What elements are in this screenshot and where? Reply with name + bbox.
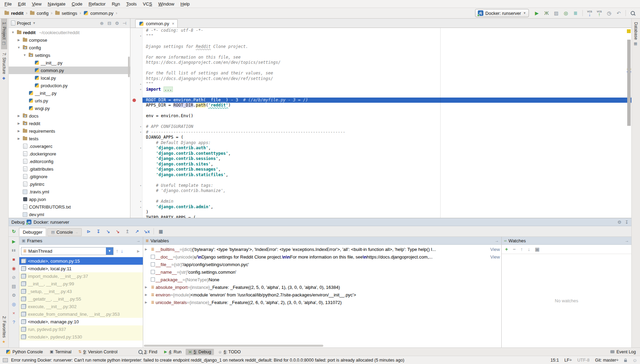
- inspection-status-badge[interactable]: [627, 29, 631, 33]
- code-line-17[interactable]: env = environ.Env(): [130, 113, 631, 119]
- code-line-10[interactable]: https://docs.djangoproject.com/en/dev/re…: [130, 76, 631, 82]
- add-watch-button[interactable]: +: [505, 246, 508, 252]
- code-line-20[interactable]: ▾# -------------------------------------…: [130, 130, 631, 135]
- menu-edit[interactable]: Edit: [15, 1, 29, 7]
- stop-button[interactable]: ■: [10, 256, 18, 262]
- tree-item--dockerignore[interactable]: .dockerignore: [9, 150, 130, 158]
- fold-marker[interactable]: ▾: [140, 33, 141, 39]
- tree-item-requirements[interactable]: ▶requirements: [9, 127, 130, 135]
- move-down-button[interactable]: ↓: [528, 246, 530, 252]
- settings-button[interactable]: ⚙: [617, 220, 621, 225]
- tree-item--gitignore[interactable]: .gitignore: [9, 173, 130, 180]
- run-configuration-select[interactable]: dj Docker: runserver ▼: [475, 9, 529, 17]
- breadcrumb-reddit[interactable]: reddit: [3, 11, 25, 16]
- toggle-toolwindows-icon[interactable]: [3, 358, 8, 362]
- tree-item-local-py[interactable]: local.py: [9, 74, 130, 82]
- step-over-button[interactable]: ↧: [94, 228, 102, 235]
- fold-marker[interactable]: ▾: [140, 183, 141, 189]
- expander-icon[interactable]: ▶: [145, 293, 150, 296]
- tree-item-settings[interactable]: ▼settings: [9, 51, 130, 59]
- toolwindow-terminal[interactable]: ▣Terminal: [47, 349, 74, 355]
- stack-frame[interactable]: _setup, __init__.py:43: [19, 287, 143, 295]
- tab-common-py[interactable]: common.py ×: [135, 19, 178, 28]
- code-line-19[interactable]: ▾# APP CONFIGURATION: [130, 124, 631, 130]
- menu-file[interactable]: File: [1, 1, 15, 7]
- chevron-down-icon[interactable]: ▼: [11, 31, 15, 34]
- run-dashboard-button[interactable]: ≣: [571, 9, 580, 17]
- gutter[interactable]: [130, 49, 142, 55]
- duplicate-button[interactable]: ▣: [535, 246, 539, 252]
- tree-item--pylintrc[interactable]: .pylintrc: [9, 180, 130, 188]
- step-out-button[interactable]: ↥: [123, 228, 131, 235]
- code-line-35[interactable]: ): [130, 210, 631, 215]
- fold-marker[interactable]: ▾: [140, 145, 141, 151]
- variable-row[interactable]: __name__ = {str} 'config.settings.common…: [143, 268, 501, 276]
- locate-button[interactable]: ⊕: [98, 21, 105, 26]
- expander-icon[interactable]: ▶: [145, 301, 150, 304]
- gutter[interactable]: +: [130, 87, 142, 92]
- close-button[interactable]: ×: [10, 310, 18, 316]
- breakpoint-gutter[interactable]: [130, 98, 142, 103]
- gutter[interactable]: [130, 167, 142, 172]
- fold-marker[interactable]: ▾: [140, 199, 141, 204]
- variable-row[interactable]: ▶≣environ = {module} <module 'environ' f…: [143, 291, 501, 299]
- code-line-18[interactable]: [130, 119, 631, 124]
- coverage-button[interactable]: ▨: [552, 9, 561, 17]
- menu-vcs[interactable]: VCS: [140, 1, 155, 7]
- chevron-right-icon[interactable]: ▶: [17, 129, 21, 133]
- caret-position[interactable]: 15:1: [551, 358, 559, 363]
- tree-item-wsgi-py[interactable]: wsgi.py: [9, 104, 130, 112]
- gutter[interactable]: [130, 215, 142, 218]
- tree-item-app-json[interactable]: app.json: [9, 195, 130, 203]
- tree-item--gitattributes[interactable]: .gitattributes: [9, 165, 130, 173]
- variable-row[interactable]: ▶≣unicode_literals = {instance} _Feature…: [143, 299, 501, 306]
- horizontal-scrollbar[interactable]: [144, 345, 323, 347]
- tree-item-__init__-py[interactable]: __init__.py: [9, 89, 130, 97]
- tree-item-__init__-py[interactable]: __init__.py: [9, 59, 130, 67]
- tree-item--coveragerc[interactable]: .coveragerc: [9, 142, 130, 150]
- gutter[interactable]: [130, 108, 142, 114]
- code-line-25[interactable]: 'django.contrib.sessions',: [130, 156, 631, 162]
- tree-item-config[interactable]: ▼config: [9, 44, 130, 51]
- stack-frame[interactable]: execute_from_command_line, __init__.py:3…: [19, 310, 143, 318]
- tool-stripe-2-favorites[interactable]: 2: Favorites★: [1, 313, 7, 347]
- stack-frame[interactable]: import_module, __init__.py:37: [19, 272, 143, 280]
- variable-row[interactable]: __doc__ = {unicode} u'\nDjango settings …: [143, 253, 501, 261]
- gutter[interactable]: ▾: [130, 145, 142, 151]
- remove-watch-button[interactable]: −: [513, 246, 515, 252]
- code-line-28[interactable]: 'django.contrib.staticfiles',: [130, 172, 631, 178]
- menu-navigate[interactable]: Navigate: [45, 1, 68, 7]
- filter-frames-button[interactable]: ▶: [137, 249, 141, 253]
- collapse-all-button[interactable]: ⊟: [106, 21, 113, 26]
- toolwindow-version-control[interactable]: ⇅9: Version Control: [76, 349, 120, 355]
- gutter[interactable]: [130, 103, 142, 108]
- stack-frame[interactable]: run, pydevd.py:937: [19, 325, 143, 333]
- code-line-7[interactable]: https://docs.djangoproject.com/en/dev/to…: [130, 60, 631, 65]
- gutter[interactable]: [130, 135, 142, 140]
- previous-frame-button[interactable]: ↑: [116, 248, 118, 254]
- tree-item-docs[interactable]: ▶docs: [9, 112, 130, 120]
- code-line-15[interactable]: APPS_DIR = ROOT_DIR.path('reddit'): [130, 103, 631, 108]
- search-everywhere-button[interactable]: [628, 9, 637, 17]
- chevron-down-icon[interactable]: ▼: [106, 247, 113, 255]
- menu-refactor[interactable]: Refactor: [86, 1, 109, 7]
- run-button[interactable]: ▶: [532, 9, 541, 17]
- fold-marker[interactable]: ▾: [140, 130, 141, 135]
- local-history-button[interactable]: ◷: [604, 9, 613, 17]
- stack-frame[interactable]: <module>, pydevd.py:1530: [19, 333, 143, 341]
- code-line-27[interactable]: 'django.contrib.messages',: [130, 167, 631, 172]
- pin-button[interactable]: ◎: [10, 301, 18, 307]
- vcs-update-button[interactable]: VCS↓: [585, 9, 594, 17]
- tree-item-urls-py[interactable]: urls.py: [9, 97, 130, 104]
- gutter[interactable]: ▾: [130, 130, 142, 135]
- stack-frame[interactable]: <module>, local.py:11: [19, 265, 143, 272]
- help-button[interactable]: ?: [10, 319, 18, 325]
- code-line-30[interactable]: ▾ # Useful template tags:: [130, 183, 631, 189]
- code-line-34[interactable]: ▴ 'django.contrib.admin',: [130, 204, 631, 210]
- code-line-13[interactable]: [130, 92, 631, 98]
- tree-item-reddit[interactable]: ▼reddit~/cookiecutter/reddit: [9, 29, 130, 36]
- menu-help[interactable]: Help: [177, 1, 193, 7]
- next-frame-button[interactable]: ↓: [121, 248, 123, 254]
- code-line-12[interactable]: +import ...: [130, 87, 631, 92]
- chevron-down-icon[interactable]: ▼: [32, 21, 36, 25]
